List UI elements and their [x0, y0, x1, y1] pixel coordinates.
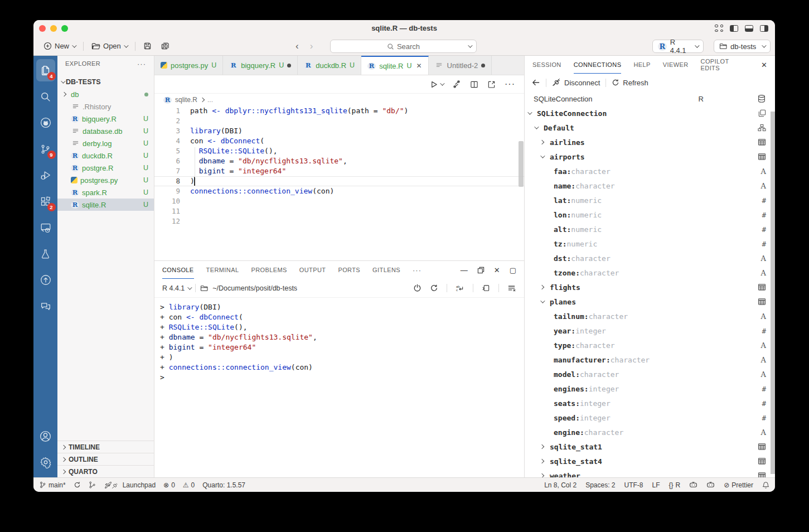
status-graph[interactable]: [89, 481, 96, 489]
tree-row-model[interactable]: model : characterA: [525, 367, 775, 381]
close-tab-icon[interactable]: ✕: [416, 62, 422, 70]
activity-item-publish[interactable]: [36, 269, 55, 291]
editor-tab-duckdb.R[interactable]: Rduckdb.RU: [298, 56, 361, 75]
sidebar-section-timeline[interactable]: TIMELINE: [57, 441, 154, 453]
tree-row-airlines[interactable]: airlines: [525, 135, 775, 149]
file-item-postgre.R[interactable]: Rpostgre.RU: [57, 162, 154, 174]
nav-back-icon[interactable]: ‹: [295, 41, 299, 52]
tab-console[interactable]: CONSOLE: [162, 261, 194, 279]
tab-copilot-edits[interactable]: COPILOT EDITS: [701, 56, 749, 74]
tree-row-dst[interactable]: dst : characterA: [525, 251, 775, 265]
tree-row-weather[interactable]: weather: [525, 468, 775, 477]
tree-row-airports[interactable]: airports: [525, 149, 775, 164]
open-in-new-window-icon[interactable]: [487, 80, 496, 89]
file-item-bigquery.R[interactable]: Rbigquery.RU: [57, 113, 154, 125]
tree-row-sqlite_stat4[interactable]: sqlite_stat4: [525, 454, 775, 468]
file-item-derby.log[interactable]: derby.logU: [57, 137, 154, 149]
tab-help[interactable]: HELP: [633, 56, 650, 74]
connections-scrollbar[interactable]: [771, 112, 775, 474]
tab-viewer[interactable]: VIEWER: [663, 56, 689, 74]
customize-layout-icon[interactable]: [715, 25, 723, 32]
activity-item-comments[interactable]: [36, 295, 55, 317]
activity-item-explorer[interactable]: 4: [36, 59, 55, 81]
console-output[interactable]: > library(DBI)+ con <- dbConnect(+ RSQLi…: [154, 298, 524, 477]
editor-tab-bigquery.R[interactable]: Rbigquery.RU: [223, 56, 298, 75]
activity-item-remote[interactable]: [36, 216, 55, 239]
tree-row-type[interactable]: type : characterA: [525, 338, 775, 352]
tree-row-year[interactable]: year : integer#: [525, 323, 775, 338]
editor-scrollbar[interactable]: [519, 141, 524, 187]
tree-row-tzone[interactable]: tzone : characterA: [525, 265, 775, 280]
activity-item-extensions[interactable]: 2: [36, 190, 55, 212]
connection-header-row[interactable]: SQLiteConnection R: [525, 91, 775, 106]
activity-item-source-control[interactable]: 9: [36, 138, 55, 160]
tab-gitlens[interactable]: GITLENS: [372, 261, 400, 279]
tree-row-tailnum[interactable]: tailnum : characterA: [525, 309, 775, 323]
run-file-icon[interactable]: [430, 80, 443, 89]
status-r[interactable]: {}R: [669, 481, 681, 489]
workspace-root-folder[interactable]: DB-TESTS: [57, 76, 154, 88]
split-editor-icon[interactable]: [470, 80, 478, 89]
file-item-postgres.py[interactable]: postgres.pyU: [57, 174, 154, 186]
tree-row-alt[interactable]: alt : numeric#: [525, 222, 775, 236]
back-icon[interactable]: [531, 79, 540, 86]
sidebar-section-outline[interactable]: OUTLINE: [57, 453, 154, 465]
file-item-database.db[interactable]: database.dbU: [57, 125, 154, 137]
status-quarto-1-5-57[interactable]: Quarto: 1.5.57: [202, 481, 245, 489]
clear-console-icon[interactable]: [507, 284, 516, 292]
tab-connections[interactable]: CONNECTIONS: [574, 56, 622, 74]
panel-more-icon[interactable]: ···: [413, 266, 422, 274]
tab-problems[interactable]: PROBLEMS: [251, 261, 287, 279]
new-button[interactable]: New: [39, 40, 80, 52]
tree-row-speed[interactable]: speed : integer#: [525, 410, 775, 425]
tab-ports[interactable]: PORTS: [338, 261, 360, 279]
status-copilot[interactable]: [706, 481, 715, 489]
close-panel-icon[interactable]: ✕: [494, 266, 500, 274]
activity-item-account[interactable]: [36, 425, 55, 447]
status-bell[interactable]: [762, 481, 769, 489]
workspace-selector[interactable]: db-tests: [714, 40, 771, 53]
tab-output[interactable]: OUTPUT: [299, 261, 326, 279]
status-utf-8[interactable]: UTF-8: [624, 481, 643, 489]
restore-panel-icon[interactable]: [477, 267, 485, 274]
move-to-editor-icon[interactable]: [482, 284, 490, 292]
save-all-button[interactable]: [156, 40, 174, 52]
tree-row-SQLiteConnection[interactable]: SQLiteConnection: [525, 106, 775, 120]
file-item-.Rhistory[interactable]: .Rhistory: [57, 100, 154, 113]
refresh-button[interactable]: Refresh: [612, 79, 648, 87]
open-button[interactable]: Open: [87, 40, 132, 52]
restart-console-icon[interactable]: [430, 284, 438, 292]
file-item-duckdb.R[interactable]: Rduckdb.RU: [57, 149, 154, 162]
file-item-sqlite.R[interactable]: Rsqlite.RU: [57, 199, 154, 211]
tree-row-lat[interactable]: lat : numeric#: [525, 193, 775, 207]
explorer-more-icon[interactable]: ···: [137, 60, 146, 68]
editor-tab-postgres.py[interactable]: postgres.pyU: [154, 56, 223, 75]
toggle-right-sidebar-icon[interactable]: [760, 25, 768, 32]
tree-row-lon[interactable]: lon : numeric#: [525, 207, 775, 222]
tab-session[interactable]: SESSION: [532, 56, 561, 74]
interpreter-selector[interactable]: R R 4.4.1: [652, 40, 704, 53]
tree-row-name[interactable]: name : characterA: [525, 178, 775, 193]
file-item-db[interactable]: db: [57, 88, 154, 100]
activity-item-github[interactable]: [36, 112, 55, 134]
maximize-panel-icon[interactable]: ▢: [510, 266, 516, 274]
word-wrap-icon[interactable]: abc: [456, 284, 464, 292]
breadcrumb[interactable]: R sqlite.R ...: [154, 94, 524, 106]
tree-row-flights[interactable]: flights: [525, 280, 775, 294]
editor-tab-Untitled-2[interactable]: Untitled-2: [429, 56, 492, 75]
status-copilot[interactable]: [689, 481, 697, 489]
status-0[interactable]: ⚠0: [183, 481, 195, 489]
toggle-left-sidebar-icon[interactable]: [730, 25, 738, 32]
tree-row-Default[interactable]: Default: [525, 120, 775, 135]
tree-row-engine[interactable]: engine : characterA: [525, 425, 775, 439]
tab-terminal[interactable]: TERMINAL: [206, 261, 239, 279]
source-file-icon[interactable]: [452, 80, 461, 89]
sidebar-section-quarto[interactable]: QUARTO: [57, 465, 154, 477]
activity-item-testing[interactable]: [36, 243, 55, 265]
editor-tab-sqlite.R[interactable]: Rsqlite.RU✕: [361, 56, 428, 75]
tree-row-faa[interactable]: faa : characterA: [525, 164, 775, 178]
status-prettier[interactable]: ⊘Prettier: [724, 481, 753, 489]
nav-forward-icon[interactable]: ›: [310, 41, 313, 52]
code-editor[interactable]: 1path <- dbplyr::nycflights131_sqlite(pa…: [154, 106, 524, 260]
status-spaces-2[interactable]: Spaces: 2: [585, 481, 615, 489]
